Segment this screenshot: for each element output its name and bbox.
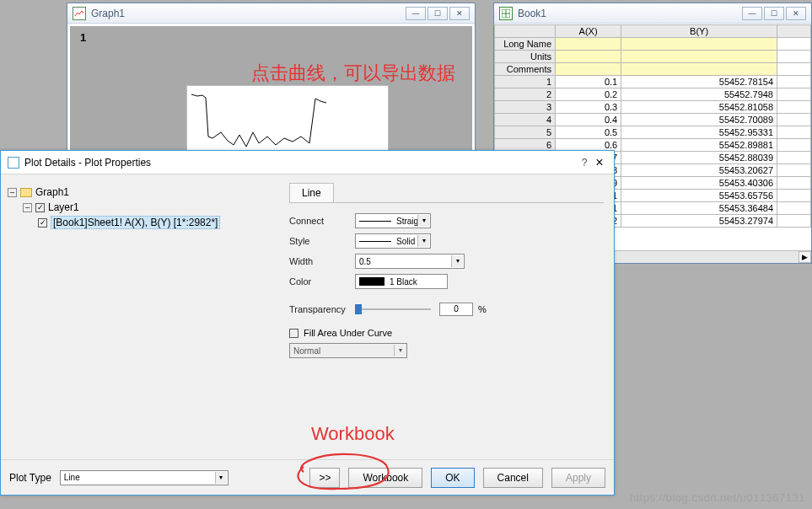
- style-label: Style: [289, 236, 355, 246]
- table-row[interactable]: 20.255452.7948: [495, 88, 811, 101]
- close-button[interactable]: ✕: [786, 7, 806, 20]
- ok-button[interactable]: OK: [431, 468, 474, 488]
- width-label: Width: [289, 256, 355, 266]
- folder-icon: [20, 188, 32, 197]
- dialog-titlebar[interactable]: Plot Details - Plot Properties ? ×: [1, 151, 614, 174]
- graph1-title: Graph1: [91, 8, 406, 19]
- tab-strip: Line: [289, 183, 604, 203]
- percent-label: %: [478, 304, 487, 314]
- checkbox-icon[interactable]: ✓: [35, 203, 45, 212]
- chevron-down-icon: ▾: [417, 215, 429, 227]
- chevron-down-icon: ▾: [417, 235, 429, 247]
- close-button[interactable]: ×: [592, 155, 607, 170]
- transparency-slider[interactable]: [355, 303, 431, 315]
- page-number: 1: [80, 31, 86, 44]
- fill-checkbox[interactable]: [289, 329, 298, 338]
- color-combo[interactable]: 1 Black: [355, 274, 448, 289]
- tree-node-plot[interactable]: ✓ [Book1]Sheet1! A(X), B(Y) [1*:2982*]: [38, 215, 272, 230]
- plot-type-label: Plot Type: [9, 472, 51, 484]
- cancel-button[interactable]: Cancel: [483, 468, 543, 488]
- table-row[interactable]: 50.555452.95331: [495, 126, 811, 139]
- tree-node-layer[interactable]: – ✓ Layer1: [23, 200, 272, 215]
- width-combo[interactable]: 0.5▾: [355, 254, 465, 269]
- col-header-a[interactable]: A(X): [556, 25, 621, 38]
- transparency-spin[interactable]: 0: [439, 303, 473, 316]
- checkbox-icon[interactable]: ✓: [38, 218, 47, 228]
- help-button[interactable]: ?: [577, 157, 592, 169]
- expand-button[interactable]: >>: [309, 468, 340, 488]
- row-label-longname: Long Name: [495, 38, 556, 51]
- connect-combo[interactable]: Straight▾: [355, 213, 431, 228]
- table-row[interactable]: 40.455452.70089: [495, 114, 811, 126]
- book1-titlebar[interactable]: Book1 — ☐ ✕: [494, 3, 811, 24]
- transparency-label: Transparency: [289, 304, 355, 314]
- fillmode-combo[interactable]: Normal▾: [289, 343, 407, 358]
- graph1-titlebar[interactable]: Graph1 — ☐ ✕: [67, 3, 475, 24]
- chevron-down-icon: ▾: [215, 472, 227, 484]
- minimize-button[interactable]: —: [742, 7, 762, 20]
- chevron-down-icon: ▾: [394, 345, 406, 356]
- scroll-right[interactable]: ▶: [799, 251, 811, 263]
- dialog-footer: Plot Type Line▾ >> Workbook OK Cancel Ap…: [1, 459, 614, 495]
- row-label-units: Units: [495, 51, 556, 63]
- watermark: https://blog.csdn.net/u011367131: [630, 491, 805, 504]
- annotation-text-2: Workbook: [311, 423, 395, 445]
- collapse-icon[interactable]: –: [23, 203, 32, 212]
- annotation-text-1: 点击曲线，可以导出数据: [251, 61, 455, 86]
- workbook-icon: [499, 7, 513, 20]
- table-row[interactable]: 30.355452.81058: [495, 101, 811, 114]
- workbook-button[interactable]: Workbook: [348, 468, 422, 488]
- color-label: Color: [289, 276, 355, 287]
- tab-line[interactable]: Line: [289, 183, 334, 202]
- style-combo[interactable]: Solid▾: [355, 233, 431, 249]
- book1-title: Book1: [518, 8, 742, 19]
- connect-label: Connect: [289, 216, 355, 226]
- properties-panel: Line Connect Straight▾ Style Solid▾ Widt…: [279, 174, 614, 459]
- plot-details-dialog[interactable]: Plot Details - Plot Properties ? × – Gra…: [0, 150, 615, 496]
- minimize-button[interactable]: —: [406, 7, 426, 20]
- dialog-title: Plot Details - Plot Properties: [24, 157, 577, 169]
- maximize-button[interactable]: ☐: [764, 7, 784, 20]
- plot-type-combo[interactable]: Line▾: [60, 470, 229, 485]
- graph-icon: [73, 7, 86, 20]
- fill-label: Fill Area Under Curve: [304, 328, 392, 338]
- plot-tree[interactable]: – Graph1 – ✓ Layer1 ✓ [Book1]Sheet1! A(X…: [1, 174, 279, 459]
- maximize-button[interactable]: ☐: [428, 7, 448, 20]
- tree-node-graph[interactable]: – Graph1: [8, 185, 272, 200]
- apply-button[interactable]: Apply: [551, 468, 605, 488]
- dialog-icon: [8, 157, 19, 169]
- row-label-comments: Comments: [495, 63, 556, 76]
- collapse-icon[interactable]: –: [8, 188, 17, 197]
- col-header-b[interactable]: B(Y): [621, 25, 777, 38]
- table-row[interactable]: 10.155452.78154: [495, 76, 811, 88]
- close-button[interactable]: ✕: [449, 7, 470, 20]
- chevron-down-icon: ▾: [451, 255, 463, 267]
